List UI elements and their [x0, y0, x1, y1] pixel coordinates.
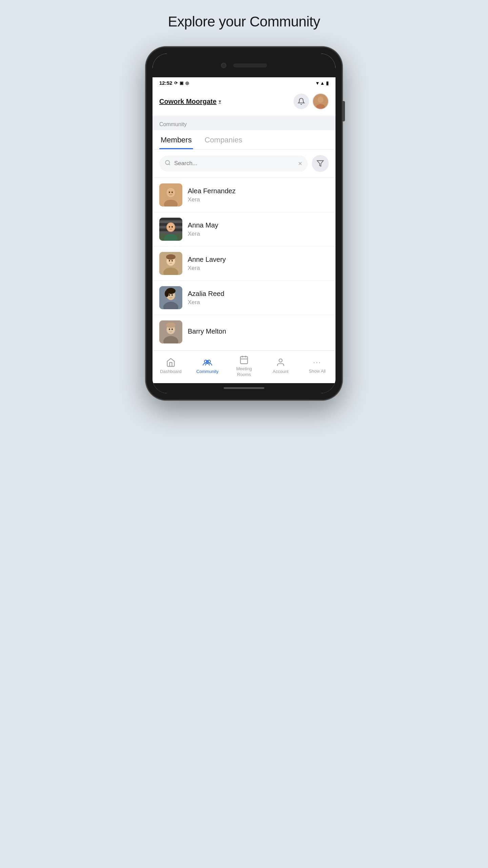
svg-point-29 — [171, 260, 173, 262]
svg-point-48 — [206, 361, 209, 363]
list-item[interactable]: Barry Melton — [152, 315, 336, 351]
member-avatar — [159, 252, 182, 275]
search-icon — [165, 160, 171, 167]
avatar-image-azalia — [159, 286, 182, 309]
tabs-container: Members Companies — [152, 130, 336, 150]
svg-point-36 — [171, 294, 173, 296]
member-info: Anne Lavery Xera — [188, 256, 329, 272]
avatar-image-barry — [159, 320, 182, 343]
community-icon — [202, 358, 212, 367]
top-bezel — [152, 54, 336, 77]
nav-item-meeting-rooms[interactable]: MeetingRooms — [230, 355, 258, 378]
svg-point-10 — [169, 192, 170, 193]
member-company: Xera — [188, 265, 329, 272]
home-icon — [166, 358, 176, 367]
nav-item-show-all[interactable]: ··· Show All — [304, 358, 331, 374]
svg-point-43 — [169, 329, 170, 330]
member-avatar — [159, 218, 182, 241]
top-bar: Cowork Moorgate ▾ — [152, 88, 336, 116]
chevron-down-icon: ▾ — [219, 99, 221, 104]
svg-point-21 — [167, 223, 175, 231]
svg-point-28 — [169, 260, 170, 262]
members-list: Alea Fernandez Xera — [152, 178, 336, 351]
tab-companies[interactable]: Companies — [203, 130, 244, 149]
workspace-label: Cowork Moorgate — [159, 98, 217, 105]
page-title: Explore your Community — [168, 14, 320, 30]
user-avatar-image — [313, 94, 328, 109]
workspace-selector[interactable]: Cowork Moorgate ▾ — [159, 98, 221, 105]
member-company: Xera — [188, 231, 329, 237]
tab-members[interactable]: Members — [159, 130, 193, 149]
nav-label-community: Community — [196, 369, 219, 375]
member-company: Xera — [188, 196, 329, 203]
nav-label-show-all: Show All — [309, 369, 326, 374]
filter-icon — [317, 160, 324, 167]
svg-point-44 — [171, 329, 173, 330]
bottom-nav: Dashboard Community — [152, 351, 336, 383]
account-icon — [276, 358, 285, 367]
nav-label-dashboard: Dashboard — [160, 369, 182, 375]
status-left: 12:52 ⟳ ▣ ◎ — [159, 80, 189, 86]
member-info: Anna May Xera — [188, 221, 329, 237]
member-info: Azalia Reed Xera — [188, 290, 329, 306]
svg-point-11 — [171, 192, 173, 193]
svg-point-53 — [279, 359, 282, 362]
search-box: ✕ — [159, 156, 308, 172]
nav-label-meeting-rooms: MeetingRooms — [236, 366, 252, 378]
svg-point-22 — [169, 226, 170, 228]
user-avatar-button[interactable] — [312, 93, 329, 110]
filter-button[interactable] — [312, 155, 329, 172]
avatar-image-anne — [159, 252, 182, 275]
member-name: Anne Lavery — [188, 256, 329, 263]
camera — [221, 63, 226, 68]
avatar-image-alea — [159, 183, 182, 206]
notification-button[interactable] — [293, 94, 309, 109]
svg-marker-5 — [317, 161, 323, 166]
svg-point-35 — [169, 294, 170, 296]
avatar-image-anna — [159, 218, 182, 241]
top-bar-actions — [293, 93, 329, 110]
more-icon: ··· — [313, 358, 321, 367]
svg-point-3 — [318, 97, 323, 102]
battery-icon: ▮ — [326, 80, 329, 86]
search-input[interactable] — [174, 160, 294, 167]
list-item[interactable]: Anna May Xera — [152, 212, 336, 246]
svg-rect-49 — [241, 357, 248, 364]
member-avatar — [159, 320, 182, 343]
status-time: 12:52 — [159, 80, 172, 86]
member-info: Alea Fernandez Xera — [188, 187, 329, 203]
status-icon-1: ⟳ — [174, 81, 178, 85]
speaker — [233, 63, 267, 67]
member-company: Xera — [188, 299, 329, 306]
svg-point-23 — [171, 226, 173, 228]
section-label: Community — [152, 116, 336, 130]
list-item[interactable]: Anne Lavery Xera — [152, 246, 336, 281]
svg-point-38 — [165, 290, 169, 297]
status-icon-3: ◎ — [185, 81, 189, 85]
nav-item-community[interactable]: Community — [194, 358, 221, 375]
svg-point-9 — [167, 189, 174, 196]
calendar-icon — [239, 355, 249, 364]
member-name: Azalia Reed — [188, 290, 329, 298]
home-indicator — [224, 387, 264, 389]
status-right: ▾ ▲ ▮ — [316, 80, 329, 86]
bell-icon — [298, 98, 305, 105]
nav-item-dashboard[interactable]: Dashboard — [157, 358, 184, 375]
svg-point-4 — [165, 160, 169, 164]
nav-label-account: Account — [273, 369, 289, 375]
member-name: Anna May — [188, 221, 329, 229]
signal-icon: ▲ — [320, 80, 325, 86]
search-area: ✕ — [152, 150, 336, 177]
bottom-bezel — [152, 383, 336, 393]
nav-item-account[interactable]: Account — [267, 358, 294, 375]
list-item[interactable]: Azalia Reed Xera — [152, 281, 336, 315]
member-avatar — [159, 183, 182, 206]
list-item[interactable]: Alea Fernandez Xera — [152, 178, 336, 212]
member-avatar — [159, 286, 182, 309]
member-name: Barry Melton — [188, 328, 329, 335]
status-bar: 12:52 ⟳ ▣ ◎ ▾ ▲ ▮ — [152, 77, 336, 88]
clear-search-icon[interactable]: ✕ — [298, 160, 302, 167]
member-info: Barry Melton — [188, 328, 329, 337]
svg-point-30 — [166, 254, 176, 260]
screen-content: 12:52 ⟳ ▣ ◎ ▾ ▲ ▮ Cowork Moorgate ▾ — [152, 77, 336, 383]
